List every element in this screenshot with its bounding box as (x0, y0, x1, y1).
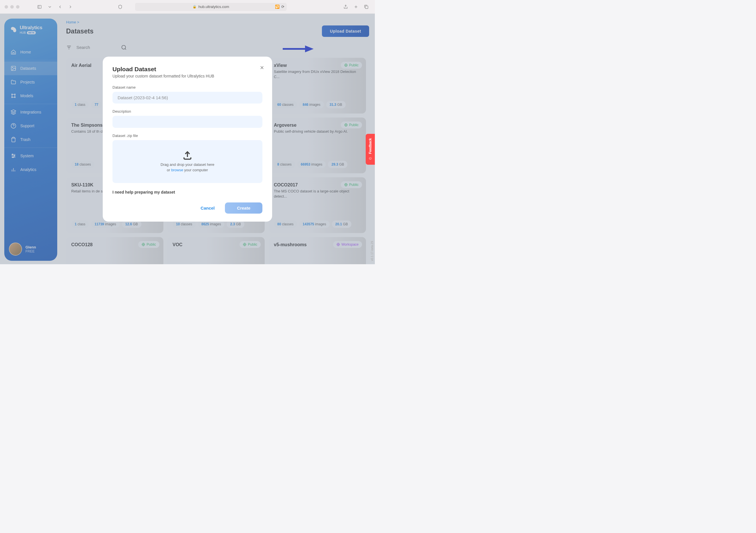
feedback-label: Feedback (368, 138, 372, 154)
svg-rect-5 (365, 6, 368, 8)
translate-icon[interactable]: 🔁 (275, 5, 280, 9)
lock-icon: 🔒 (193, 5, 197, 9)
reload-icon[interactable]: ⟳ (281, 5, 284, 9)
upload-icon (182, 150, 193, 161)
smile-icon: ☺ (368, 156, 372, 161)
modal-subtitle: Upload your custom dataset formatted for… (113, 74, 262, 78)
sidebar-toggle-icon[interactable] (36, 3, 43, 11)
traffic-lights (5, 5, 19, 9)
browser-chrome: 🔒 hub.ultralytics.com 🔁 ⟳ (0, 0, 375, 14)
zip-label: Dataset .zip file (113, 134, 262, 138)
modal-overlay[interactable]: ✕ Upload Dataset Upload your custom data… (0, 14, 375, 264)
dataset-name-input[interactable] (113, 92, 262, 104)
close-icon[interactable]: ✕ (260, 64, 264, 71)
help-link[interactable]: I need help preparing my dataset (113, 190, 262, 194)
maximize-dot[interactable] (16, 5, 19, 9)
svg-rect-0 (38, 5, 41, 8)
forward-icon[interactable] (67, 3, 74, 11)
dropzone[interactable]: Drag and drop your dataset here or brows… (113, 140, 262, 183)
new-tab-icon[interactable] (352, 3, 360, 11)
tabs-icon[interactable] (362, 3, 370, 11)
chevron-down-icon[interactable] (46, 3, 54, 11)
close-dot[interactable] (5, 5, 8, 9)
description-label: Description (113, 109, 262, 114)
version-text: v0.1.17-beta.29 (370, 241, 374, 261)
dropzone-text: Drag and drop your dataset here or brows… (161, 162, 214, 172)
cancel-button[interactable]: Cancel (194, 202, 221, 214)
minimize-dot[interactable] (10, 5, 14, 9)
name-label: Dataset name (113, 85, 262, 89)
upload-dataset-modal: ✕ Upload Dataset Upload your custom data… (103, 57, 272, 222)
share-icon[interactable] (342, 3, 350, 11)
create-button[interactable]: Create (225, 202, 262, 214)
modal-title: Upload Dataset (113, 66, 262, 73)
browse-link[interactable]: browse (171, 168, 183, 172)
app-root: Ultralytics HUB BETA Home Datasets Proje… (0, 14, 375, 264)
url-text: hub.ultralytics.com (198, 5, 229, 9)
feedback-tab[interactable]: Feedback ☺ (366, 134, 375, 165)
address-bar[interactable]: 🔒 hub.ultralytics.com 🔁 ⟳ (135, 3, 287, 11)
shield-icon[interactable] (116, 3, 124, 11)
description-input[interactable] (113, 116, 262, 128)
back-icon[interactable] (56, 3, 64, 11)
